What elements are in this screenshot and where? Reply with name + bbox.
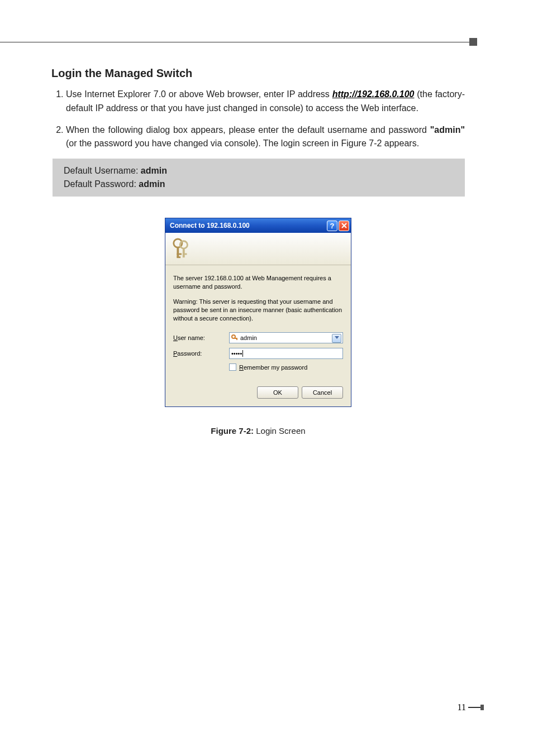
svg-rect-9 [236, 338, 237, 340]
username-label: User name: [173, 334, 229, 341]
page-content: Login the Managed Switch Use Internet Ex… [51, 67, 465, 436]
key-icon [231, 334, 238, 341]
remember-row: Remember my password [229, 363, 343, 371]
ok-button[interactable]: OK [257, 386, 298, 399]
username-value: admin [240, 334, 257, 341]
step-2-admin: "admin" [430, 125, 465, 135]
password-input[interactable]: ••••• [229, 348, 343, 359]
svg-rect-6 [183, 253, 187, 255]
chevron-down-icon [335, 336, 339, 339]
remember-checkbox[interactable] [229, 363, 236, 371]
text-cursor [242, 350, 243, 357]
step-1-text-a: Use Internet Explorer 7.0 or above Web b… [66, 89, 332, 99]
close-button[interactable] [339, 221, 349, 231]
username-row: User name: admin [173, 332, 343, 343]
titlebar-buttons: ? [327, 221, 349, 231]
password-label: Password: [173, 350, 229, 357]
remember-label: Remember my password [239, 364, 307, 371]
svg-rect-1 [177, 247, 179, 257]
keys-icon [171, 237, 192, 261]
figure-label: Figure 7-2: [211, 426, 254, 436]
page-number-value: 11 [458, 702, 466, 712]
dialog-message-1: The server 192.168.0.100 at Web Manageme… [173, 274, 343, 291]
default-password-label: Default Password: [64, 179, 139, 189]
section-heading: Login the Managed Switch [51, 67, 465, 80]
steps-list: Use Internet Explorer 7.0 or above Web b… [51, 88, 465, 151]
page-marker-block [480, 705, 484, 710]
dialog-titlebar: Connect to 192.168.0.100 ? [165, 218, 351, 233]
svg-rect-5 [183, 248, 185, 257]
password-row: Password: ••••• [173, 348, 343, 359]
ip-address-link[interactable]: http://192.168.0.100 [332, 89, 415, 99]
username-input[interactable]: admin [229, 332, 343, 343]
figure-caption: Figure 7-2: Login Screen [51, 426, 465, 436]
defaults-box: Default Username: admin Default Password… [53, 159, 465, 197]
header-marker [469, 38, 477, 46]
step-2-text-b: (or the password you have changed via co… [66, 138, 419, 148]
cancel-button[interactable]: Cancel [302, 386, 343, 399]
svg-rect-2 [177, 253, 182, 255]
default-username-value: admin [141, 166, 167, 175]
svg-rect-3 [177, 256, 180, 258]
header-rule [0, 42, 469, 42]
default-username-row: Default Username: admin [64, 164, 454, 178]
default-password-value: admin [139, 179, 165, 189]
page-marker-line [468, 707, 480, 708]
figure-text: Login Screen [254, 426, 306, 436]
step-2: When the following dialog box appears, p… [66, 123, 465, 151]
step-1: Use Internet Explorer 7.0 or above Web b… [66, 88, 465, 116]
login-dialog: Connect to 192.168.0.100 ? The server 19… [165, 218, 351, 407]
page-number: 11 [458, 702, 484, 712]
password-value: ••••• [231, 350, 242, 357]
help-button[interactable]: ? [327, 221, 337, 231]
step-2-text-a: When the following dialog box appears, p… [66, 125, 430, 135]
dialog-buttons: OK Cancel [173, 386, 343, 399]
dialog-banner [165, 233, 351, 265]
dialog-body: The server 192.168.0.100 at Web Manageme… [165, 265, 351, 406]
close-icon [341, 223, 347, 228]
dialog-message-2: Warning: This server is requesting that … [173, 298, 343, 323]
default-username-label: Default Username: [64, 166, 141, 175]
default-password-row: Default Password: admin [64, 178, 454, 191]
dialog-title: Connect to 192.168.0.100 [170, 222, 250, 229]
